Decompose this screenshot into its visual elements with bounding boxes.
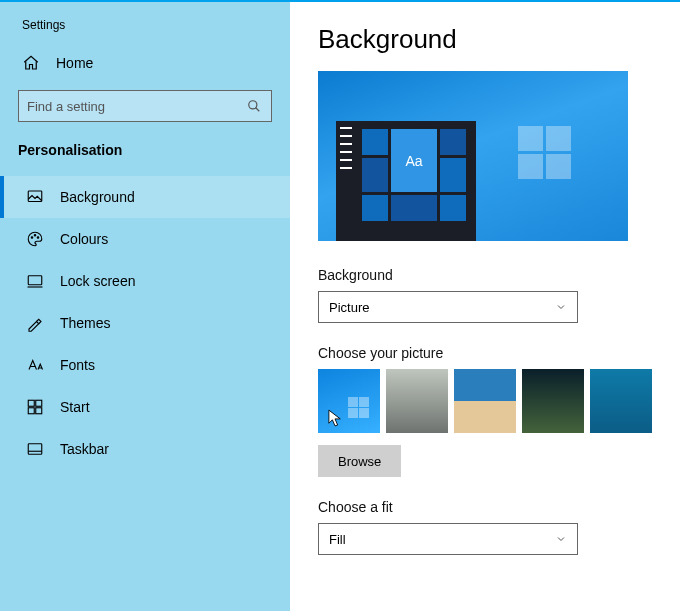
sidebar-item-colours[interactable]: Colours <box>0 218 290 260</box>
svg-point-0 <box>249 101 257 109</box>
svg-point-4 <box>34 235 36 237</box>
choose-picture-label: Choose your picture <box>318 345 652 361</box>
background-dropdown-label: Background <box>318 267 652 283</box>
page-title: Background <box>318 24 652 55</box>
sidebar-item-label: Fonts <box>60 357 95 373</box>
thumbnail-windows-default[interactable] <box>318 369 380 433</box>
preview-tile-aa: Aa <box>391 129 437 192</box>
svg-rect-9 <box>36 400 42 406</box>
fit-dropdown-label: Choose a fit <box>318 499 652 515</box>
sidebar-item-themes[interactable]: Themes <box>0 302 290 344</box>
themes-icon <box>26 314 44 332</box>
svg-point-3 <box>31 237 33 239</box>
svg-rect-2 <box>28 191 42 202</box>
taskbar-icon <box>26 440 44 458</box>
desktop-preview: Aa <box>318 71 628 241</box>
thumbnail-rocks[interactable] <box>386 369 448 433</box>
section-label: Personalisation <box>0 136 290 176</box>
windows-logo-icon <box>518 126 573 181</box>
chevron-down-icon <box>555 533 567 545</box>
browse-button[interactable]: Browse <box>318 445 401 477</box>
search-icon <box>245 97 263 115</box>
svg-rect-8 <box>28 400 34 406</box>
sidebar-item-label: Themes <box>60 315 111 331</box>
lockscreen-icon <box>26 272 44 290</box>
sidebar: Settings Home Personalisation <box>0 2 290 611</box>
thumbnail-underwater[interactable] <box>590 369 652 433</box>
colours-icon <box>26 230 44 248</box>
app-title: Settings <box>0 14 290 46</box>
svg-point-5 <box>37 237 39 239</box>
cursor-icon <box>328 409 342 427</box>
thumbnail-beach[interactable] <box>454 369 516 433</box>
svg-rect-6 <box>28 276 42 285</box>
sidebar-item-background[interactable]: Background <box>0 176 290 218</box>
sidebar-item-label: Background <box>60 189 135 205</box>
home-label: Home <box>56 55 93 71</box>
background-dropdown-value: Picture <box>329 300 369 315</box>
background-icon <box>26 188 44 206</box>
main-panel: Background Aa Background <box>290 2 680 611</box>
sidebar-item-label: Colours <box>60 231 108 247</box>
thumbnail-aurora[interactable] <box>522 369 584 433</box>
svg-rect-10 <box>28 408 34 414</box>
sidebar-item-lockscreen[interactable]: Lock screen <box>0 260 290 302</box>
search-input[interactable] <box>27 99 245 114</box>
home-link[interactable]: Home <box>0 46 290 90</box>
sidebar-item-label: Taskbar <box>60 441 109 457</box>
fit-dropdown[interactable]: Fill <box>318 523 578 555</box>
sidebar-item-taskbar[interactable]: Taskbar <box>0 428 290 470</box>
browse-button-label: Browse <box>338 454 381 469</box>
sidebar-item-fonts[interactable]: Fonts <box>0 344 290 386</box>
svg-rect-11 <box>36 408 42 414</box>
fit-dropdown-value: Fill <box>329 532 346 547</box>
start-menu-preview: Aa <box>336 121 476 241</box>
picture-thumbnails <box>318 369 652 433</box>
settings-window: Settings Home Personalisation <box>0 2 680 611</box>
sidebar-item-label: Lock screen <box>60 273 135 289</box>
start-icon <box>26 398 44 416</box>
svg-rect-12 <box>28 444 42 455</box>
sidebar-item-label: Start <box>60 399 90 415</box>
home-icon <box>22 54 40 72</box>
svg-line-1 <box>256 108 260 112</box>
fonts-icon <box>26 356 44 374</box>
background-dropdown[interactable]: Picture <box>318 291 578 323</box>
sidebar-item-start[interactable]: Start <box>0 386 290 428</box>
search-box[interactable] <box>18 90 272 122</box>
chevron-down-icon <box>555 301 567 313</box>
